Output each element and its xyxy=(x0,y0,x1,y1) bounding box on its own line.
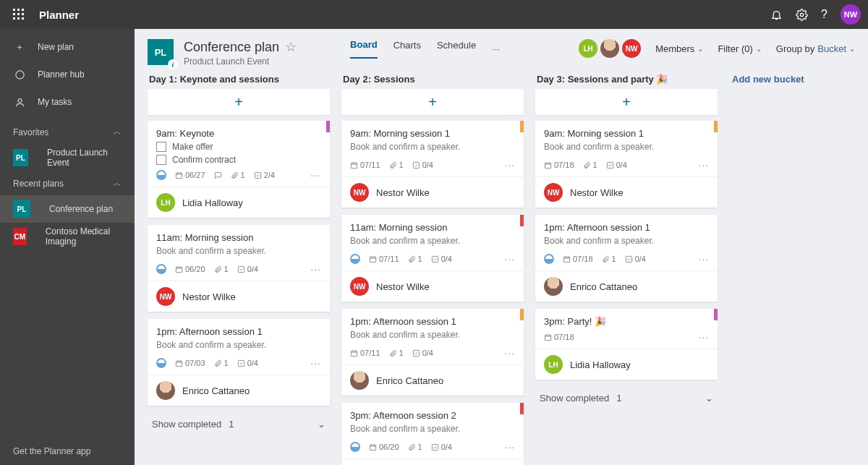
checklist-count: 0/4 xyxy=(237,265,258,273)
task-card[interactable]: 11am: Morning session Book and confirm a… xyxy=(341,215,524,302)
card-menu-icon[interactable]: ··· xyxy=(504,253,515,265)
bucket: Day 1: Keynote and sessions + 9am: Keyno… xyxy=(148,69,330,452)
svg-rect-3 xyxy=(13,13,15,15)
planner-hub-link[interactable]: Planner hub xyxy=(0,61,135,88)
notifications-icon[interactable] xyxy=(770,9,783,21)
get-app-link[interactable]: Get the Planner app xyxy=(0,438,135,465)
chevron-down-icon: ⌄ xyxy=(705,393,713,404)
new-bucket[interactable]: Add new bucket xyxy=(729,69,868,452)
settings-icon[interactable] xyxy=(796,9,808,21)
card-menu-icon[interactable]: ··· xyxy=(698,253,709,265)
show-completed-toggle[interactable]: Show completed1⌄ xyxy=(148,413,330,435)
card-menu-icon[interactable]: ··· xyxy=(504,441,515,453)
card-menu-icon[interactable]: ··· xyxy=(698,159,709,171)
bucket-title[interactable]: Day 3: Sessions and party 🎉 xyxy=(535,69,718,89)
card-menu-icon[interactable]: ··· xyxy=(504,159,515,171)
progress-icon xyxy=(350,254,360,264)
bucket-title[interactable]: Day 1: Keynote and sessions xyxy=(148,69,330,89)
avatar-face xyxy=(544,277,563,296)
favorite-star-icon[interactable]: ☆ xyxy=(285,39,297,55)
tab-board[interactable]: Board xyxy=(350,39,378,59)
task-card[interactable]: 9am: Morning session 1 Book and confirm … xyxy=(341,121,524,208)
checklist-item[interactable]: Confirm contract xyxy=(156,155,321,165)
new-plan-button[interactable]: ＋ New plan xyxy=(0,33,135,61)
card-title: 3pm: Party! 🎉 xyxy=(544,316,709,327)
svg-rect-17 xyxy=(238,360,244,366)
task-card[interactable]: 9am: Morning session 1 Book and confirm … xyxy=(535,121,718,208)
favorites-header[interactable]: Favorites ︿ xyxy=(0,120,135,144)
avatar-face xyxy=(350,371,369,390)
category-tag xyxy=(520,309,524,320)
card-title: 1pm: Afternoon session 1 xyxy=(350,316,515,327)
progress-icon xyxy=(156,358,166,368)
card-menu-icon[interactable]: ··· xyxy=(310,263,321,275)
avatar-face xyxy=(156,381,175,400)
members-dropdown[interactable]: Members⌄ xyxy=(655,43,703,54)
my-tasks-link[interactable]: My tasks xyxy=(0,88,135,116)
card-assignee: NWNestor Wilke xyxy=(341,270,524,302)
help-icon[interactable]: ? xyxy=(821,8,827,21)
sidebar-recent-item[interactable]: PL Conference plan xyxy=(0,195,135,223)
due-date: 07/11 xyxy=(350,161,380,169)
card-meta: 07/18 1 0/4 ··· xyxy=(544,252,709,266)
new-plan-label: New plan xyxy=(38,42,74,52)
plan-chip: PL xyxy=(13,149,28,166)
task-card[interactable]: 1pm: Afternoon session 1 Book and confir… xyxy=(148,319,330,406)
svg-rect-19 xyxy=(413,162,419,168)
task-card[interactable]: 11am: Morning session Book and confirm a… xyxy=(148,225,330,312)
sidebar-recent-item[interactable]: CM Contoso Medical Imaging xyxy=(0,223,135,250)
progress-icon xyxy=(156,264,166,274)
progress-icon xyxy=(350,442,360,452)
attachment-count: 1 xyxy=(408,255,422,263)
bucket: Day 3: Sessions and party 🎉 + 9am: Morni… xyxy=(535,69,718,452)
info-icon[interactable]: i xyxy=(168,59,178,69)
checklist-item[interactable]: Make offer xyxy=(156,142,321,152)
due-date: 06/27 xyxy=(175,171,205,179)
card-menu-icon[interactable]: ··· xyxy=(310,169,321,181)
card-subtitle: Book and confirm a speaker. xyxy=(350,236,515,246)
app-launcher-icon[interactable] xyxy=(7,3,30,26)
attachment-count: 1 xyxy=(214,265,229,273)
tab-schedule[interactable]: Schedule xyxy=(437,40,476,58)
recent-header[interactable]: Recent plans ︿ xyxy=(0,171,135,195)
task-card[interactable]: 1pm: Afternoon session 1 Book and confir… xyxy=(341,309,524,396)
show-completed-toggle[interactable]: Show completed1⌄ xyxy=(535,387,718,409)
more-icon[interactable]: ··· xyxy=(492,43,500,54)
user-avatar[interactable]: NW xyxy=(841,4,861,25)
plus-icon: ＋ xyxy=(13,41,26,54)
task-card[interactable]: 3pm: Party! 🎉 07/18 ··· LHLidia Halloway xyxy=(535,309,718,380)
category-tag xyxy=(714,121,718,132)
add-task-button[interactable]: + xyxy=(148,89,330,115)
plan-badge: PL i xyxy=(148,39,174,65)
sidebar-fav-item[interactable]: PL Product Launch Event xyxy=(0,144,135,171)
bucket-title[interactable]: Day 2: Sessions xyxy=(341,69,524,89)
checklist-count: 0/4 xyxy=(431,255,452,263)
tab-charts[interactable]: Charts xyxy=(393,40,421,58)
card-title: 3pm: Afternoon session 2 xyxy=(350,410,515,421)
card-menu-icon[interactable]: ··· xyxy=(698,331,709,343)
card-subtitle: Book and confirm a speaker. xyxy=(156,246,321,256)
add-task-button[interactable]: + xyxy=(535,89,718,115)
category-tag xyxy=(326,121,330,132)
filter-dropdown[interactable]: Filter (0)⌄ xyxy=(718,43,761,54)
category-tag xyxy=(714,309,718,320)
attachment-count: 1 xyxy=(389,161,404,169)
category-tag xyxy=(520,403,524,414)
svg-rect-5 xyxy=(22,13,24,15)
add-task-button[interactable]: + xyxy=(341,89,524,115)
checklist-count: 0/4 xyxy=(237,359,258,367)
card-menu-icon[interactable]: ··· xyxy=(504,347,515,359)
avatar: NW xyxy=(350,277,369,296)
card-menu-icon[interactable]: ··· xyxy=(310,357,321,369)
card-title: 1pm: Afternoon session 1 xyxy=(544,222,709,233)
chevron-up-icon: ︿ xyxy=(113,126,122,138)
task-card[interactable]: 3pm: Afternoon session 2 Book and confir… xyxy=(341,403,524,465)
chevron-down-icon: ⌄ xyxy=(849,45,855,53)
task-card[interactable]: 9am: Keynote Make offerConfirm contract … xyxy=(148,121,330,218)
member-avatars[interactable]: LH NW xyxy=(579,39,641,58)
planner-hub-label: Planner hub xyxy=(38,69,85,80)
person-icon xyxy=(13,97,26,108)
group-by-dropdown[interactable]: Group by Bucket⌄ xyxy=(776,43,855,54)
chevron-down-icon: ⌄ xyxy=(318,419,326,430)
task-card[interactable]: 1pm: Afternoon session 1 Book and confir… xyxy=(535,215,718,302)
